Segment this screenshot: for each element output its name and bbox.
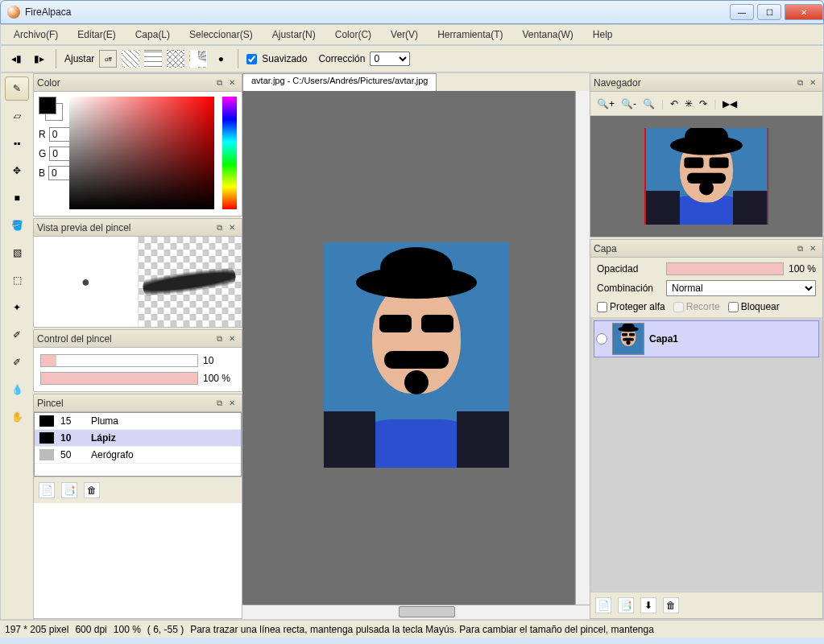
menu-color[interactable]: Color(C) <box>325 26 381 43</box>
undo-button[interactable]: ◂▮ <box>7 50 25 68</box>
snap-radial-icon[interactable] <box>189 50 207 68</box>
brush-opacity-value: 100 % <box>203 373 235 384</box>
close-panel-icon[interactable]: ✕ <box>806 76 819 89</box>
zoom-in-icon[interactable]: 🔍+ <box>597 98 615 109</box>
brush-preview-title: Vista previa del pincel <box>37 222 213 233</box>
close-panel-icon[interactable]: ✕ <box>226 332 238 345</box>
snap-point-icon[interactable]: ● <box>212 50 230 68</box>
foreground-color-swatch[interactable] <box>39 97 56 114</box>
new-layer-button[interactable]: 📄 <box>595 597 611 613</box>
rotate-left-icon[interactable]: ↶ <box>670 98 678 109</box>
eraser-tool[interactable]: ▱ <box>5 104 29 128</box>
menu-layer[interactable]: Capa(L) <box>126 26 180 43</box>
status-dpi: 600 dpi <box>75 624 106 635</box>
close-panel-icon[interactable]: ✕ <box>226 221 238 234</box>
lock-checkbox[interactable] <box>728 302 739 312</box>
layer-opacity-slider[interactable] <box>666 262 784 275</box>
correction-select[interactable]: 0 <box>370 52 410 66</box>
rotate-right-icon[interactable]: ↷ <box>699 98 707 109</box>
undock-icon[interactable]: ⧉ <box>213 221 226 234</box>
snap-cross-icon[interactable] <box>167 50 184 68</box>
select-rect-tool[interactable]: ⬚ <box>5 268 29 292</box>
canvas-viewport[interactable] <box>242 91 590 619</box>
vertical-scrollbar[interactable] <box>575 91 590 619</box>
duplicate-layer-button[interactable]: 📑 <box>618 597 634 613</box>
menu-tool[interactable]: Herramienta(T) <box>428 26 512 43</box>
hue-slider[interactable] <box>222 97 237 209</box>
brush-panel: Pincel ⧉ ✕ 15Pluma 10Lápiz 50Aerógrafo 📄… <box>33 394 242 619</box>
menu-file[interactable]: Archivo(F) <box>4 26 68 43</box>
menu-select[interactable]: Seleccionar(S) <box>180 26 263 43</box>
undock-icon[interactable]: ⧉ <box>793 242 806 255</box>
layer-list[interactable]: Capa1 <box>590 317 822 592</box>
close-panel-icon[interactable]: ✕ <box>226 76 238 89</box>
magic-wand-tool[interactable]: ✦ <box>5 295 29 320</box>
app-icon <box>7 6 20 19</box>
close-panel-icon[interactable]: ✕ <box>806 242 819 255</box>
hand-tool[interactable]: ✋ <box>5 405 29 429</box>
layer-panel-title: Capa <box>594 243 793 254</box>
brush-size-slider[interactable] <box>40 354 198 367</box>
saturation-value-picker[interactable] <box>69 97 214 209</box>
status-bar: 197 * 205 pixel 600 dpi 100 % ( 6, -55 )… <box>0 620 824 638</box>
eyedropper-tool[interactable]: 💧 <box>5 378 29 402</box>
menu-help[interactable]: Help <box>583 26 623 43</box>
snap-diag-icon[interactable] <box>122 50 139 68</box>
undock-icon[interactable]: ⧉ <box>213 332 226 345</box>
menu-view[interactable]: Ver(V) <box>381 26 428 43</box>
brush-stroke-preview <box>138 237 242 327</box>
maximize-button[interactable]: ☐ <box>757 4 781 20</box>
smoothing-checkbox[interactable] <box>246 54 257 64</box>
horizontal-scrollbar[interactable] <box>242 605 590 619</box>
brush-control-panel: Control del pincel ⧉ ✕ 10 100 % <box>33 329 242 392</box>
new-brush-button[interactable]: 📄 <box>39 482 55 498</box>
pencil-tool[interactable]: ✎ <box>5 76 29 101</box>
swatch-stack[interactable] <box>39 97 63 121</box>
blend-mode-select[interactable]: Normal <box>666 280 816 296</box>
layer-item[interactable]: Capa1 <box>594 320 819 357</box>
undock-icon[interactable]: ⧉ <box>793 76 806 89</box>
gradient-tool[interactable]: ▧ <box>5 241 29 265</box>
brush-control-title: Control del pincel <box>37 333 213 345</box>
redo-button[interactable]: ▮▸ <box>30 50 48 68</box>
navigator-preview[interactable] <box>590 116 822 237</box>
snap-off-icon[interactable]: off <box>99 50 117 68</box>
dot-tool[interactable]: ▪▪ <box>5 131 29 155</box>
duplicate-brush-button[interactable]: 📑 <box>61 482 77 498</box>
status-position: ( 6, -55 ) <box>147 624 184 635</box>
brush-item[interactable]: 15Pluma <box>35 413 241 430</box>
status-dimensions: 197 * 205 pixel <box>5 624 68 635</box>
document-tab[interactable]: avtar.jpg - C:/Users/Andrés/Pictures/avt… <box>242 73 437 91</box>
undock-icon[interactable]: ⧉ <box>213 397 226 410</box>
bucket-tool[interactable]: 🪣 <box>5 213 29 237</box>
flip-icon[interactable]: ▶◀ <box>723 98 737 109</box>
close-panel-icon[interactable]: ✕ <box>226 397 238 410</box>
fill-tool[interactable]: ■ <box>5 186 29 210</box>
brush-opacity-slider[interactable] <box>40 372 198 385</box>
protect-alpha-checkbox[interactable] <box>597 302 607 312</box>
brush-list[interactable]: 15Pluma 10Lápiz 50Aerógrafo <box>34 412 242 477</box>
brush-item[interactable]: 10Lápiz <box>35 430 241 447</box>
delete-layer-button[interactable]: 🗑 <box>663 597 679 613</box>
menu-edit[interactable]: Editar(E) <box>68 26 125 43</box>
zoom-out-icon[interactable]: 🔍- <box>621 98 636 109</box>
brush-dot-preview: ● <box>34 237 138 327</box>
menu-adjust[interactable]: Ajustar(N) <box>263 26 325 43</box>
rotate-reset-icon[interactable]: ✳ <box>685 98 693 109</box>
brush-item[interactable]: 50Aerógrafo <box>35 447 241 464</box>
minimize-button[interactable]: — <box>730 4 754 20</box>
move-tool[interactable]: ✥ <box>5 159 29 183</box>
menu-window[interactable]: Ventana(W) <box>512 26 582 43</box>
select-erase-tool[interactable]: ✐ <box>5 350 29 374</box>
delete-brush-button[interactable]: 🗑 <box>84 482 100 498</box>
zoom-fit-icon[interactable]: 🔍 <box>643 98 655 109</box>
snap-grid-icon[interactable] <box>144 50 162 68</box>
b-label: B <box>39 167 45 179</box>
select-pen-tool[interactable]: ✐ <box>5 323 29 347</box>
merge-layer-button[interactable]: ⬇ <box>640 597 656 613</box>
canvas-image[interactable] <box>324 242 509 468</box>
layer-visibility-toggle[interactable] <box>596 333 607 345</box>
brush-panel-title: Pincel <box>37 398 213 409</box>
undock-icon[interactable]: ⧉ <box>213 76 226 89</box>
close-button[interactable]: ✕ <box>785 4 823 20</box>
